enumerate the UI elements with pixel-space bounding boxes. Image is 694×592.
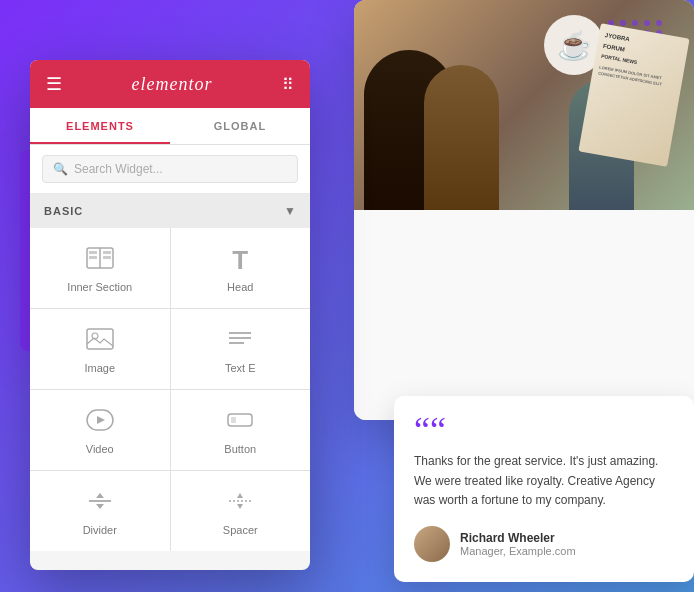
widget-heading-label: Head	[227, 281, 253, 293]
panel-tabs: ELEMENTS GLOBAL	[30, 108, 310, 145]
widget-image-label: Image	[84, 362, 115, 374]
elementor-logo: elementor	[132, 74, 213, 95]
testimonial-text: Thanks for the great service. It's just …	[414, 452, 674, 510]
widget-heading[interactable]: T Head	[171, 228, 311, 308]
widget-video[interactable]: Video	[30, 390, 170, 470]
svg-rect-4	[103, 251, 111, 254]
inner-section-icon	[86, 247, 114, 273]
elementor-panel: ☰ elementor ⠿ ELEMENTS GLOBAL 🔍 Search W…	[30, 60, 310, 570]
widgets-grid: Inner Section T Head Image	[30, 228, 310, 551]
svg-marker-12	[97, 416, 105, 424]
svg-rect-5	[103, 256, 111, 259]
widget-text-editor-label: Text E	[225, 362, 256, 374]
widget-inner-section[interactable]: Inner Section	[30, 228, 170, 308]
svg-rect-2	[89, 251, 97, 254]
widget-divider-label: Divider	[83, 524, 117, 536]
testimonial-author: Richard Wheeler Manager, Example.com	[414, 526, 674, 562]
svg-rect-14	[231, 417, 236, 423]
author-title: Manager, Example.com	[460, 545, 576, 557]
grid-icon[interactable]: ⠿	[282, 75, 294, 94]
category-label: BASIC	[44, 205, 83, 217]
image-icon	[86, 328, 114, 354]
panel-header: ☰ elementor ⠿	[30, 60, 310, 108]
svg-rect-6	[87, 329, 113, 349]
chevron-down-icon: ▼	[284, 204, 296, 218]
tab-elements[interactable]: ELEMENTS	[30, 108, 170, 144]
search-placeholder: Search Widget...	[74, 162, 163, 176]
tab-global[interactable]: GLOBAL	[170, 108, 310, 144]
avatar	[414, 526, 450, 562]
text-editor-icon	[226, 328, 254, 354]
svg-marker-20	[237, 504, 243, 509]
testimonial-card: ““ Thanks for the great service. It's ju…	[394, 396, 694, 582]
spacer-icon	[226, 490, 254, 516]
svg-marker-17	[96, 504, 104, 509]
svg-marker-16	[96, 493, 104, 498]
search-box[interactable]: 🔍 Search Widget...	[42, 155, 298, 183]
widget-button-label: Button	[224, 443, 256, 455]
button-icon	[226, 409, 254, 435]
widget-spacer[interactable]: Spacer	[171, 471, 311, 551]
search-icon: 🔍	[53, 162, 68, 176]
widget-button[interactable]: Button	[171, 390, 311, 470]
widget-image[interactable]: Image	[30, 309, 170, 389]
heading-icon: T	[232, 247, 248, 273]
main-content-card: ☕ JYOBRA FORUM PORTAL NEWS Lorem ipsum d…	[354, 0, 694, 420]
search-area: 🔍 Search Widget...	[30, 145, 310, 194]
svg-marker-19	[237, 493, 243, 498]
svg-rect-3	[89, 256, 97, 259]
quote-mark: ““	[414, 416, 674, 445]
author-info: Richard Wheeler Manager, Example.com	[460, 531, 576, 557]
video-icon	[86, 409, 114, 435]
card-image: ☕ JYOBRA FORUM PORTAL NEWS Lorem ipsum d…	[354, 0, 694, 210]
author-name: Richard Wheeler	[460, 531, 576, 545]
widget-text-editor[interactable]: Text E	[171, 309, 311, 389]
widget-divider[interactable]: Divider	[30, 471, 170, 551]
divider-icon	[86, 490, 114, 516]
category-basic[interactable]: BASIC ▼	[30, 194, 310, 228]
widget-spacer-label: Spacer	[223, 524, 258, 536]
widget-inner-section-label: Inner Section	[67, 281, 132, 293]
widget-video-label: Video	[86, 443, 114, 455]
hamburger-icon[interactable]: ☰	[46, 73, 62, 95]
